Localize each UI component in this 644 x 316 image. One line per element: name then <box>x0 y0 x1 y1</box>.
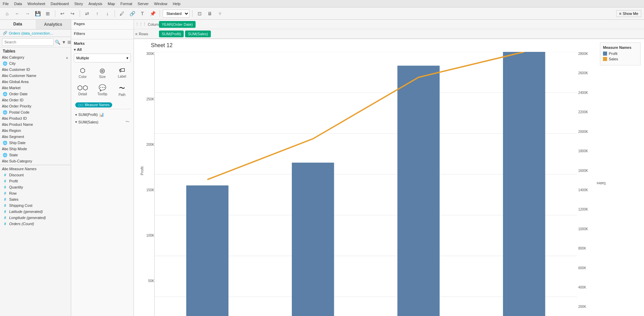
bar-2013[interactable] <box>397 66 440 316</box>
sum-profit-item[interactable]: ▾ SUM(Profit) 📊 <box>74 111 131 118</box>
share-button[interactable]: ⑂ <box>216 9 224 18</box>
menu-story[interactable]: Story <box>74 2 83 6</box>
field-item-profit[interactable]: #Profit <box>0 178 71 184</box>
field-item-ship-date[interactable]: 🌐Ship Date <box>0 140 71 146</box>
y-tick-100k: 100K <box>146 234 154 237</box>
redo-button[interactable]: → <box>23 9 32 18</box>
y-right-1600k: 1600K <box>578 169 588 173</box>
field-item-region[interactable]: AbcRegion <box>0 127 71 134</box>
undo2-button[interactable]: ↩ <box>58 9 67 18</box>
bar-2014[interactable] <box>503 52 545 316</box>
field-item-shipping-cost[interactable]: #Shipping Cost <box>0 202 71 209</box>
menu-data[interactable]: Data <box>14 2 22 6</box>
field-item-product-name[interactable]: AbcProduct Name <box>0 121 71 127</box>
marks-title: Marks <box>74 41 131 45</box>
field-item-discount[interactable]: #Discount <box>0 172 71 178</box>
show-me-icon: ≡ <box>619 12 621 16</box>
field-item-row[interactable]: #Row <box>0 190 71 196</box>
menu-help[interactable]: Help <box>173 2 181 6</box>
field-item-order-date[interactable]: 🌐Order Date <box>0 91 71 97</box>
field-item-customer-name[interactable]: AbcCustomer Name <box>0 73 71 79</box>
menu-analysis[interactable]: Analysis <box>88 2 102 6</box>
highlight-button[interactable]: 🖊 <box>118 9 126 18</box>
size-mark[interactable]: ◎ Size <box>94 65 111 80</box>
menu-worksheet[interactable]: Worksheet <box>27 2 45 6</box>
field-item-latitude-(generated)[interactable]: #Latitude (generated) <box>0 209 71 215</box>
annotate-button[interactable]: T <box>138 9 147 18</box>
field-item-order-id[interactable]: AbcOrder ID <box>0 97 71 103</box>
fix-axes-button[interactable]: ⊡ <box>195 9 204 18</box>
field-item-sales[interactable]: #Sales <box>0 196 71 202</box>
sum-sales-pill[interactable]: SUM(Sales) <box>185 31 210 37</box>
field-item-orders-(count)[interactable]: #Orders (Count) <box>0 221 71 227</box>
standard-dropdown[interactable]: Standard <box>163 9 189 18</box>
link-button[interactable]: 🔗 <box>128 9 137 18</box>
y-right-1200k: 1200K <box>578 208 588 211</box>
field-item-product-id[interactable]: AbcProduct ID <box>0 115 71 121</box>
show-me-button[interactable]: ≡ Show Me <box>616 10 641 17</box>
home-icon[interactable]: ⌂ <box>3 9 12 18</box>
undo-button[interactable]: ← <box>13 9 22 18</box>
new-datasource-button[interactable]: ⊞ <box>43 9 52 18</box>
menu-format[interactable]: Format <box>120 2 132 6</box>
menu-file[interactable]: File <box>3 2 9 6</box>
menu-map[interactable]: Map <box>108 2 115 6</box>
bar-2012[interactable] <box>292 163 334 316</box>
sum-profit-pill[interactable]: SUM(Profit) <box>159 31 184 37</box>
menu-server[interactable]: Server <box>138 2 148 6</box>
field-item-category[interactable]: AbcCategory▴ <box>0 54 71 60</box>
field-item-market[interactable]: AbcMarket <box>0 85 71 91</box>
field-icon-hash: # <box>3 185 7 190</box>
swap-button[interactable]: ⇄ <box>83 9 92 18</box>
field-icon-abc: Abc <box>3 67 7 72</box>
measure-names-chip[interactable]: Measure Names <box>75 102 112 107</box>
field-item-sub-category[interactable]: AbcSub-Category <box>0 158 71 164</box>
field-label: Global Area <box>9 80 28 84</box>
field-item-global-area[interactable]: AbcGlobal Area <box>0 79 71 85</box>
save-button[interactable]: 💾 <box>33 9 42 18</box>
search-icon[interactable]: 🔍 <box>55 40 60 45</box>
search-input[interactable] <box>2 38 54 46</box>
field-item-measure-names[interactable]: AbcMeasure Names <box>0 166 71 172</box>
tab-analytics[interactable]: Analytics <box>36 20 71 29</box>
bar-2011[interactable] <box>186 185 228 316</box>
tab-data[interactable]: Data <box>0 20 36 29</box>
marks-type-dropdown[interactable]: Multiple ▾ <box>74 54 131 62</box>
marks-all-label: All <box>77 47 82 52</box>
sort-asc-button[interactable]: ↑ <box>93 9 102 18</box>
y-axis-left: Profit 300K 250K 200K 150K 100K 50K 0K <box>137 52 154 316</box>
menu-dashboard[interactable]: Dashboard <box>51 2 69 6</box>
field-item-city[interactable]: 🌐City <box>0 60 71 66</box>
field-item-postal-code[interactable]: 🌐Postal Code <box>0 109 71 115</box>
detail-mark[interactable]: ⬡⬡ Detail <box>74 82 92 98</box>
color-mark[interactable]: ⬡ Color <box>74 65 92 80</box>
sep1 <box>55 10 55 17</box>
redo2-button[interactable]: ↪ <box>68 9 77 18</box>
label-mark[interactable]: 🏷 Label <box>113 65 131 80</box>
view-toggle-icon[interactable]: ⊞ <box>67 40 71 45</box>
field-item-quantity[interactable]: #Quantity <box>0 184 71 190</box>
device-button[interactable]: 🖥 <box>205 9 214 18</box>
field-item-longitude-(generated)[interactable]: #Longitude (generated) <box>0 215 71 221</box>
menu-window[interactable]: Window <box>154 2 167 6</box>
filter-icon[interactable]: ▼ <box>62 40 66 45</box>
rows-icon: ≡ <box>135 32 137 36</box>
rows-shelf: ≡ Rows SUM(Profit) SUM(Sales) <box>134 29 644 39</box>
field-item-segment[interactable]: AbcSegment <box>0 134 71 140</box>
sum-sales-item[interactable]: ▾ SUM(Sales) 〜 <box>74 118 131 126</box>
field-item-state[interactable]: 🌐State <box>0 152 71 158</box>
year-order-date-pill[interactable]: YEAR(Order Date) <box>159 21 196 28</box>
pin-button[interactable]: 📌 <box>148 9 157 18</box>
chart-area: Profit 300K 250K 200K 150K 100K 50K 0K <box>137 52 597 316</box>
chart-svg-area <box>154 52 577 316</box>
field-item-order-priority[interactable]: AbcOrder Priority <box>0 103 71 109</box>
y-axis-right: Sales 2800K 2600K 2400K 2200K 2000K 1800… <box>577 52 597 316</box>
field-item-ship-mode[interactable]: AbcShip Mode <box>0 146 71 152</box>
pages-section: Pages <box>71 20 134 29</box>
path-mark[interactable]: 〜 Path <box>113 82 131 98</box>
field-item-customer-id[interactable]: AbcCustomer ID <box>0 66 71 73</box>
data-source-row[interactable]: 🔗 Orders (data_connection... <box>0 29 71 37</box>
y-left-label: Profit <box>140 166 144 175</box>
tooltip-mark[interactable]: 💬 Tooltip <box>94 82 111 98</box>
sort-desc-button[interactable]: ↓ <box>103 9 112 18</box>
